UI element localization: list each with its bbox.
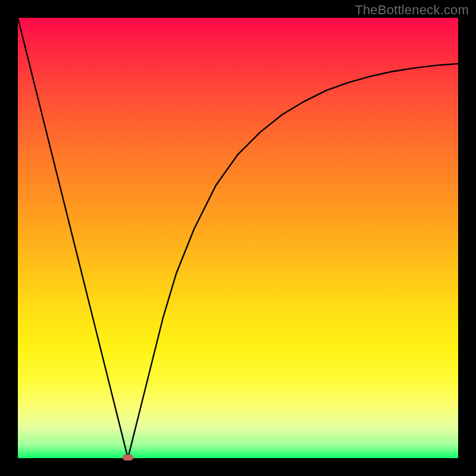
credit-label: TheBottleneck.com <box>355 2 469 18</box>
curve-svg <box>18 18 458 458</box>
plot-area <box>18 18 458 458</box>
curve-line <box>18 18 458 458</box>
chart-stage: TheBottleneck.com <box>0 0 476 476</box>
min-marker <box>123 455 133 461</box>
